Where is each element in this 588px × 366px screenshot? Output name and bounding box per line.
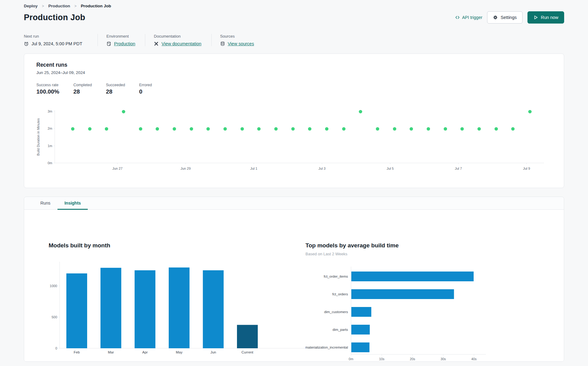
svg-text:Current: Current (242, 350, 253, 354)
job-detail-panel: Runs Insights Models built by month 0500… (24, 197, 564, 362)
svg-text:Mar: Mar (108, 350, 114, 354)
stat-errored: Errored 0 (139, 83, 152, 95)
svg-text:Jul 3: Jul 3 (318, 167, 325, 170)
settings-button[interactable]: Settings (487, 11, 522, 24)
run-duration-point[interactable] (291, 127, 295, 131)
svg-text:Apr: Apr (142, 350, 148, 354)
tab-runs[interactable]: Runs (33, 197, 57, 210)
title-row: Production Job API trigger Settings (24, 11, 564, 24)
breadcrumb-production[interactable]: Production (48, 4, 70, 8)
tab-insights[interactable]: Insights (57, 197, 88, 210)
recent-runs-card: Recent runs Jun 25, 2024–Jul 09, 2024 Su… (24, 54, 564, 188)
top-models-chart: 0m10s20s30s40sfct_order_itemsfct_ordersd… (305, 264, 507, 362)
next-run-value: Jul 9, 2024, 5:00 PM PDT (31, 41, 82, 46)
run-duration-point[interactable] (511, 127, 515, 131)
play-icon (533, 15, 538, 20)
svg-text:Jul 7: Jul 7 (455, 167, 462, 170)
month-bar[interactable] (101, 268, 121, 348)
svg-text:500: 500 (52, 315, 57, 319)
run-duration-point[interactable] (105, 127, 108, 131)
run-duration-point[interactable] (173, 127, 176, 131)
svg-text:Jun 29: Jun 29 (180, 167, 190, 170)
run-now-button[interactable]: Run now (527, 11, 564, 24)
job-meta-row: Next run Jul 9, 2024, 5:00 PM PDT Enviro… (24, 34, 564, 46)
month-bar[interactable] (66, 273, 87, 348)
models-by-month-block: Models built by month 05001000FebMarAprM… (49, 242, 327, 357)
svg-text:Build Duration in Minutes: Build Duration in Minutes (36, 118, 40, 156)
run-duration-point[interactable] (393, 127, 396, 131)
svg-text:Jul 9: Jul 9 (523, 167, 530, 170)
sources-database-icon (220, 41, 225, 46)
view-sources-link[interactable]: View sources (228, 41, 254, 46)
run-duration-point[interactable] (427, 127, 430, 131)
header-actions: API trigger Settings Run now (455, 11, 564, 24)
run-duration-point[interactable] (325, 127, 328, 131)
run-duration-point[interactable] (190, 127, 193, 131)
run-duration-point[interactable] (241, 127, 244, 131)
clock-icon (24, 41, 29, 46)
run-duration-point[interactable] (224, 127, 227, 131)
model-build-time-bar[interactable] (351, 289, 454, 299)
month-bar[interactable] (169, 268, 190, 348)
svg-text:fct_orders: fct_orders (332, 292, 348, 296)
run-duration-point[interactable] (308, 127, 311, 131)
meta-label: Documentation (154, 34, 201, 39)
model-build-time-bar[interactable] (351, 307, 371, 317)
svg-text:3m: 3m (48, 109, 52, 113)
run-duration-point[interactable] (494, 127, 498, 131)
run-duration-point[interactable] (478, 127, 481, 131)
api-trigger-link[interactable]: API trigger (455, 15, 482, 20)
run-duration-point[interactable] (528, 110, 532, 113)
recent-runs-stats: Success rate 100.00% Completed 28 Succee… (36, 83, 558, 95)
svg-text:dim_parts: dim_parts (333, 328, 348, 331)
build-duration-chart: 0m1m2m3mJun 27Jun 29Jul 1Jul 3Jul 5Jul 7… (36, 106, 553, 172)
top-models-block: Top models by average build time Based o… (305, 242, 507, 362)
model-build-time-bar[interactable] (351, 342, 369, 352)
run-duration-point[interactable] (410, 127, 413, 131)
svg-text:1000: 1000 (50, 284, 57, 288)
stat-succeeded: Succeeded 28 (106, 83, 125, 95)
run-duration-point[interactable] (122, 110, 125, 113)
models-by-month-title: Models built by month (49, 242, 327, 249)
svg-text:Jun 27: Jun 27 (112, 167, 122, 170)
month-bar[interactable] (237, 325, 258, 349)
gear-icon (493, 15, 498, 20)
code-icon (455, 15, 460, 20)
breadcrumb-separator: > (74, 4, 76, 8)
dbt-docs-icon (154, 41, 159, 46)
top-models-title: Top models by average build time (305, 242, 507, 249)
environment-link[interactable]: Production (114, 41, 135, 46)
view-documentation-link[interactable]: View documentation (161, 41, 201, 46)
month-bar[interactable] (135, 270, 155, 348)
run-now-label: Run now (541, 15, 558, 20)
svg-text:30s: 30s (441, 357, 446, 361)
svg-text:1m: 1m (48, 144, 52, 148)
run-duration-point[interactable] (257, 127, 261, 131)
stat-success-rate: Success rate 100.00% (36, 83, 59, 95)
environment-database-icon (106, 41, 111, 46)
run-duration-point[interactable] (274, 127, 278, 131)
svg-text:40s: 40s (471, 357, 477, 361)
run-duration-point[interactable] (342, 127, 346, 131)
model-build-time-bar[interactable] (351, 325, 370, 335)
settings-label: Settings (501, 15, 516, 20)
run-duration-point[interactable] (444, 127, 447, 131)
svg-text:materialization_incremental: materialization_incremental (305, 346, 348, 349)
model-build-time-bar[interactable] (351, 272, 474, 281)
run-duration-point[interactable] (71, 127, 74, 131)
month-bar[interactable] (203, 270, 224, 348)
insights-content: Models built by month 05001000FebMarAprM… (24, 210, 564, 362)
tab-bar: Runs Insights (24, 197, 564, 210)
breadcrumb-deploy[interactable]: Deploy (24, 4, 38, 8)
svg-text:20s: 20s (410, 357, 415, 361)
run-duration-point[interactable] (156, 127, 159, 131)
run-duration-point[interactable] (88, 127, 91, 131)
run-duration-point[interactable] (460, 127, 464, 131)
page-title: Production Job (24, 13, 85, 22)
svg-text:May: May (176, 350, 183, 354)
run-duration-point[interactable] (359, 110, 362, 113)
run-duration-point[interactable] (206, 127, 210, 131)
run-duration-point[interactable] (139, 127, 142, 131)
run-duration-point[interactable] (376, 127, 379, 131)
svg-text:Jul 5: Jul 5 (386, 167, 394, 170)
